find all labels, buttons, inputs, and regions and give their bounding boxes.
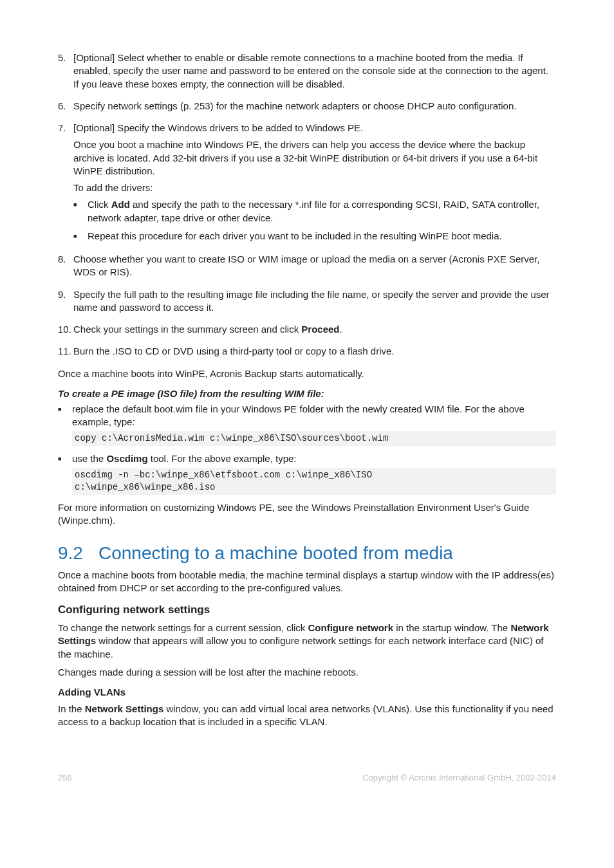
item-number: 9.	[58, 288, 73, 315]
page-number: 256	[58, 773, 72, 782]
code-block: oscdimg -n –bc:\winpe_x86\etfsboot.com c…	[72, 468, 556, 495]
text-fragment: Click	[88, 199, 111, 210]
paragraph: Once a machine boots into WinPE, Acronis…	[58, 367, 556, 380]
heading-4: Adding VLANs	[58, 687, 556, 697]
sub-bullet-list: Click Add and specify the path to the ne…	[73, 198, 556, 243]
list-item-6: 6. Specify network settings (p. 253) for…	[58, 100, 556, 116]
item-number: 8.	[58, 253, 73, 279]
item-number: 10.	[58, 323, 73, 336]
item-text: Specify the full path to the resulting i…	[73, 288, 556, 315]
section-number: 9.2	[58, 543, 83, 563]
text-fragment: Check your settings in the summary scree…	[73, 324, 301, 335]
item-text: [Optional] Specify the Windows drivers t…	[73, 122, 556, 134]
code-line: oscdimg -n –bc:\winpe_x86\etfsboot.com c…	[75, 469, 554, 481]
item-text: Check your settings in the summary scree…	[73, 323, 556, 336]
copyright-text: Copyright © Acronis International GmbH, …	[362, 773, 556, 782]
item-content: [Optional] Specify the Windows drivers t…	[73, 122, 556, 248]
paragraph: For more information on customizing Wind…	[58, 501, 556, 528]
list-item-7: 7. [Optional] Specify the Windows driver…	[58, 122, 556, 248]
item-text: Burn the .ISO to CD or DVD using a third…	[73, 345, 556, 358]
bullet-text: replace the default boot.wim file in you…	[72, 403, 556, 429]
paragraph: To change the network settings for a cur…	[58, 622, 556, 661]
bullet-text: use the Oscdimg tool. For the above exam…	[72, 452, 556, 465]
list-item-5: 5. [Optional] Select whether to enable o…	[58, 51, 556, 95]
code-block: copy c:\AcronisMedia.wim c:\winpe_x86\IS…	[72, 431, 556, 446]
bold-text: Proceed	[301, 324, 339, 335]
text-fragment: In the	[58, 703, 85, 714]
text-fragment: in the startup window. The	[393, 622, 510, 633]
bold-text: Oscdimg	[106, 453, 147, 464]
numbered-list: 5. [Optional] Select whether to enable o…	[58, 51, 556, 362]
heading-3: Configuring network settings	[58, 604, 556, 616]
list-item-9: 9. Specify the full path to the resultin…	[58, 288, 556, 319]
item-paragraph: To add the drivers:	[73, 181, 556, 194]
code-line: c:\winpe_x86\winpe_x86.iso	[75, 481, 554, 494]
text-fragment: window that appears will allow you to co…	[58, 635, 544, 659]
paragraph: Changes made during a session will be lo…	[58, 666, 556, 679]
bold-text: Configure network	[308, 622, 394, 633]
item-text: Choose whether you want to create ISO or…	[73, 253, 556, 279]
paragraph: In the Network Settings window, you can …	[58, 703, 556, 729]
text-fragment: and specify the path to the necessary *.…	[88, 199, 539, 223]
item-text: Specify network settings (p. 253) for th…	[73, 100, 556, 113]
section-heading: 9.2Connecting to a machine booted from m…	[58, 543, 556, 564]
bullet-item: replace the default boot.wim file in you…	[72, 403, 556, 446]
text-fragment: tool. For the above example, type:	[148, 453, 297, 464]
bold-text: Network Settings	[85, 703, 164, 714]
item-text: [Optional] Select whether to enable or d…	[73, 51, 556, 91]
paragraph: Once a machine boots from bootable media…	[58, 569, 556, 595]
item-number: 6.	[58, 100, 73, 113]
item-number: 11.	[58, 345, 73, 358]
item-number: 7.	[58, 122, 73, 244]
bullet-list: replace the default boot.wim file in you…	[58, 403, 556, 495]
text-fragment: To change the network settings for a cur…	[58, 622, 308, 633]
list-item-11: 11. Burn the .ISO to CD or DVD using a t…	[58, 345, 556, 362]
list-item-8: 8. Choose whether you want to create ISO…	[58, 253, 556, 283]
section-title: Connecting to a machine booted from medi…	[98, 543, 453, 563]
bold-text: Add	[111, 199, 130, 210]
list-item-10: 10. Check your settings in the summary s…	[58, 323, 556, 340]
text-fragment: .	[340, 324, 342, 335]
item-paragraph: Once you boot a machine into Windows PE,…	[73, 138, 556, 178]
sub-heading: To create a PE image (ISO file) from the…	[58, 388, 556, 399]
sub-bullet-item: Click Add and specify the path to the ne…	[88, 198, 556, 225]
bullet-item: use the Oscdimg tool. For the above exam…	[72, 452, 556, 495]
sub-bullet-item: Repeat this procedure for each driver yo…	[88, 230, 556, 243]
page-footer: 256 Copyright © Acronis International Gm…	[0, 760, 614, 802]
item-number: 5.	[58, 51, 73, 91]
text-fragment: use the	[72, 453, 106, 464]
